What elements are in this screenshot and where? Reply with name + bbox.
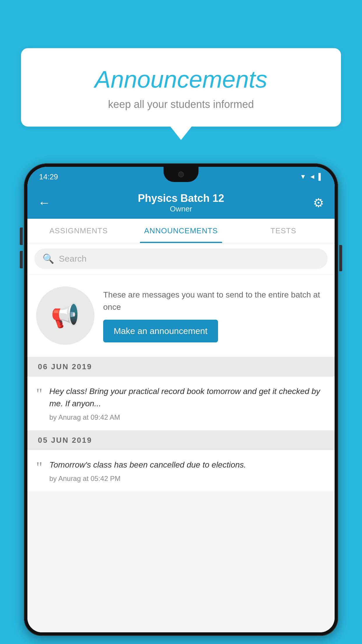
megaphone-circle: 📢 bbox=[36, 286, 94, 345]
search-container: 🔍 Search bbox=[27, 243, 335, 274]
batch-title: Physics Batch 12 bbox=[138, 192, 224, 204]
battery-icon: ▌ bbox=[318, 173, 323, 181]
quote-icon-2: " bbox=[36, 460, 42, 475]
signal-icon: ◄ bbox=[309, 173, 316, 181]
status-time: 14:29 bbox=[39, 172, 58, 181]
announcement-meta-2: by Anurag at 05:42 PM bbox=[49, 475, 326, 483]
status-bar: 14:29 ▼ ◄ ▌ bbox=[27, 167, 335, 187]
announcement-text-1: Hey class! Bring your practical record b… bbox=[49, 385, 326, 410]
volume-up-button bbox=[20, 228, 23, 245]
quote-icon-1: " bbox=[36, 386, 42, 402]
announcement-content-2: Tomorrow's class has been cancelled due … bbox=[49, 459, 326, 483]
tabs-bar: ASSIGNMENTS ANNOUNCEMENTS TESTS bbox=[27, 219, 335, 243]
date-divider-june5: 05 JUN 2019 bbox=[27, 430, 335, 450]
volume-down-button bbox=[20, 251, 23, 268]
announcement-prompt: 📢 These are messages you want to send to… bbox=[27, 275, 335, 356]
announcement-intro-card: Announcements keep all your students inf… bbox=[21, 48, 341, 127]
phone-mockup: 14:29 ▼ ◄ ▌ ← Physics Batch 12 Owner ⚙ bbox=[24, 163, 338, 644]
announcement-item-2[interactable]: " Tomorrow's class has been cancelled du… bbox=[27, 450, 335, 492]
tab-announcements[interactable]: ANNOUNCEMENTS bbox=[130, 219, 232, 243]
announcement-content-1: Hey class! Bring your practical record b… bbox=[49, 385, 326, 421]
phone-screen: 14:29 ▼ ◄ ▌ ← Physics Batch 12 Owner ⚙ bbox=[27, 167, 335, 632]
settings-icon[interactable]: ⚙ bbox=[313, 196, 324, 210]
search-icon: 🔍 bbox=[43, 253, 54, 264]
intro-subtitle: keep all your students informed bbox=[36, 98, 326, 111]
content-area: 🔍 Search 📢 These are messages you want t… bbox=[27, 243, 335, 632]
search-placeholder: Search bbox=[59, 254, 87, 264]
megaphone-icon: 📢 bbox=[51, 302, 80, 329]
notch bbox=[164, 167, 198, 182]
app-bar: ← Physics Batch 12 Owner ⚙ bbox=[27, 187, 335, 219]
app-bar-title-container: Physics Batch 12 Owner bbox=[138, 192, 224, 214]
back-button[interactable]: ← bbox=[38, 195, 51, 210]
search-bar[interactable]: 🔍 Search bbox=[34, 249, 328, 269]
wifi-icon: ▼ bbox=[300, 173, 306, 181]
intro-title: Announcements bbox=[36, 66, 326, 93]
announcement-meta-1: by Anurag at 09:42 AM bbox=[49, 413, 326, 421]
power-button bbox=[339, 245, 342, 271]
tab-assignments[interactable]: ASSIGNMENTS bbox=[27, 219, 130, 243]
make-announcement-button[interactable]: Make an announcement bbox=[103, 320, 218, 342]
batch-role: Owner bbox=[138, 204, 224, 214]
tab-tests[interactable]: TESTS bbox=[232, 219, 335, 243]
prompt-description: These are messages you want to send to t… bbox=[103, 289, 326, 313]
prompt-right: These are messages you want to send to t… bbox=[103, 289, 326, 342]
status-icons: ▼ ◄ ▌ bbox=[300, 173, 323, 181]
phone-outer: 14:29 ▼ ◄ ▌ ← Physics Batch 12 Owner ⚙ bbox=[24, 163, 338, 636]
date-divider-june6: 06 JUN 2019 bbox=[27, 357, 335, 377]
camera bbox=[178, 172, 184, 177]
announcement-text-2: Tomorrow's class has been cancelled due … bbox=[49, 459, 326, 471]
announcement-item-1[interactable]: " Hey class! Bring your practical record… bbox=[27, 377, 335, 430]
